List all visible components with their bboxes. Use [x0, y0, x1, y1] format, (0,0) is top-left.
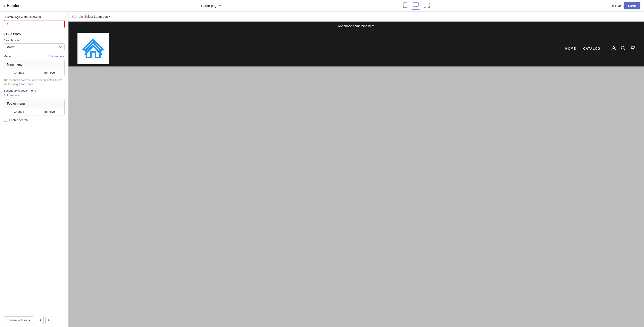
redo-icon: ↻: [48, 318, 51, 322]
live-label: Live: [615, 4, 621, 8]
main-menu-remove-button[interactable]: Remove: [34, 69, 65, 76]
back-button[interactable]: ‹: [4, 3, 5, 8]
desktop-view-button[interactable]: [412, 2, 420, 10]
content-area: [68, 66, 644, 308]
navigation-section-title: NAVIGATION: [4, 33, 65, 36]
view-controls: [402, 2, 431, 10]
top-bar-left: ‹ Header: [4, 3, 20, 8]
announce-bar: Announce something here: [68, 22, 644, 30]
menu-helper-text: The menu will collapse into a menu butto…: [4, 78, 65, 86]
logo-width-input[interactable]: [4, 20, 65, 28]
learn-more-link[interactable]: Learn more: [19, 83, 33, 86]
site-logo: [78, 33, 109, 64]
enable-search-label: Enable search: [9, 118, 28, 122]
back-icon: ‹: [4, 3, 5, 8]
footer-menu-box: Footer menu Change Remove: [4, 99, 65, 116]
sidebar: Custom logo width (in pixels) NAVIGATION…: [0, 12, 68, 327]
translate-chevron-icon: ▾: [109, 15, 110, 18]
menu-label: Menu: [4, 54, 11, 58]
page-selector[interactable]: Home page ▾: [201, 4, 221, 8]
svg-point-7: [613, 46, 614, 48]
save-button[interactable]: Save: [624, 2, 640, 10]
enable-search-row: Enable search: [4, 118, 65, 122]
external-link2-icon: ↗: [18, 94, 20, 97]
secondary-menu-label: Secondary sidebar menu: [4, 89, 65, 92]
mobile-view-button[interactable]: [402, 2, 408, 10]
search-type-row: Search type Modal Predictive None: [4, 39, 65, 51]
site-header: HOME CATALOG: [68, 30, 644, 66]
svg-line-9: [624, 49, 625, 50]
announce-text: Announce something here: [338, 24, 374, 28]
search-icon[interactable]: [621, 46, 626, 52]
edit-menu2-text: Edit menu: [4, 94, 17, 97]
fullscreen-view-button[interactable]: [423, 2, 431, 10]
footer-menu-name: Footer menu: [4, 99, 64, 108]
edit-menu-link[interactable]: Edit menu ↗: [48, 54, 65, 58]
main-menu-actions: Change Remove: [4, 69, 64, 76]
redo-button[interactable]: ↻: [45, 316, 53, 324]
theme-actions-chevron-icon: ▾: [29, 318, 30, 322]
footer-menu-remove-button[interactable]: Remove: [34, 108, 65, 115]
live-indicator: Live: [612, 4, 621, 8]
cart-icon[interactable]: [630, 46, 635, 52]
footer-menu-change-button[interactable]: Change: [4, 108, 34, 115]
svg-point-11: [634, 50, 634, 50]
page-title: Header: [7, 4, 20, 8]
main-menu-name: Main menu: [4, 60, 64, 69]
website-preview: Announce something here: [68, 22, 644, 327]
sidebar-footer: Theme actions ▾ ↺ ↻: [0, 313, 68, 327]
edit-menu2-link[interactable]: Edit menu ↗: [4, 94, 65, 97]
theme-actions-button[interactable]: Theme actions ▾: [4, 316, 34, 324]
chevron-down-icon: ▾: [220, 4, 221, 8]
footer-menu-actions: Change Remove: [4, 108, 64, 115]
main-menu-change-button[interactable]: Change: [4, 69, 34, 76]
site-nav-area: HOME CATALOG: [565, 46, 635, 52]
site-nav: HOME CATALOG: [565, 47, 600, 50]
search-type-select[interactable]: Modal Predictive None: [4, 43, 65, 51]
top-bar: ‹ Header Home page ▾: [0, 0, 644, 12]
svg-point-10: [632, 50, 632, 50]
live-dot: [612, 5, 614, 7]
sidebar-content: Custom logo width (in pixels) NAVIGATION…: [0, 12, 68, 313]
menu-row-header: Menu Edit menu ↗: [4, 54, 65, 58]
svg-point-8: [621, 46, 624, 49]
theme-actions-label: Theme actions: [7, 318, 28, 322]
site-nav-icons: [611, 46, 635, 52]
top-bar-right: Live Save: [612, 2, 640, 10]
translate-bar[interactable]: Google Select Language ▾: [68, 12, 644, 22]
main-menu-box: Main menu Change Remove: [4, 60, 65, 76]
undo-icon: ↺: [38, 318, 41, 322]
google-g-icon: Google: [72, 14, 83, 18]
preview-area: Google Select Language ▾ Announce someth…: [68, 12, 644, 327]
account-icon[interactable]: [611, 46, 616, 52]
search-type-label: Search type: [4, 39, 65, 42]
page-name: Home page: [201, 4, 218, 8]
logo-width-group: Custom logo width (in pixels): [4, 15, 65, 28]
logo-width-label: Custom logo width (in pixels): [4, 15, 65, 19]
undo-button[interactable]: ↺: [36, 316, 44, 324]
nav-home-link[interactable]: HOME: [565, 47, 576, 50]
external-link-icon: ↗: [63, 55, 65, 58]
main-area: Custom logo width (in pixels) NAVIGATION…: [0, 12, 644, 327]
nav-catalog-link[interactable]: CATALOG: [583, 47, 600, 50]
enable-search-checkbox[interactable]: [4, 118, 7, 122]
translate-label: Select Language: [84, 15, 108, 18]
menu-row: Menu Edit menu ↗ Main menu Change Remove…: [4, 54, 65, 86]
edit-menu-text: Edit menu: [48, 54, 62, 58]
logo-svg: [82, 37, 104, 60]
secondary-menu-row: Secondary sidebar menu Edit menu ↗ Foote…: [4, 89, 65, 116]
svg-point-1: [405, 7, 405, 7]
svg-rect-2: [413, 3, 418, 6]
